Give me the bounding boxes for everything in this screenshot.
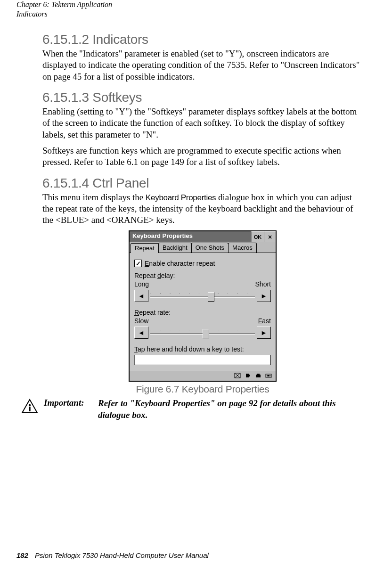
section-title-softkeys: 6.15.1.3 Softkeys xyxy=(42,90,363,105)
warning-icon xyxy=(21,399,38,416)
figure-caption: Figure 6.7 Keyboard Properties xyxy=(42,384,363,395)
rate-decrease-button[interactable]: ◄ xyxy=(134,327,148,339)
inline-keyboard-properties: Keyboard Properties xyxy=(146,193,216,202)
header-line1: Chapter 6: Tekterm Application xyxy=(16,0,112,8)
delay-long-label: Long xyxy=(134,280,149,288)
svg-rect-8 xyxy=(267,375,268,376)
svg-rect-6 xyxy=(257,374,260,375)
section-body-ctrl-panel: This menu item displays the Keyboard Pro… xyxy=(42,192,363,226)
svg-point-12 xyxy=(29,404,31,406)
delay-slider[interactable]: · · · · · · · · · · · · · · · · xyxy=(150,291,255,302)
tray-icon-2 xyxy=(245,373,251,378)
important-text: Refer to "Keyboard Properties" on page 9… xyxy=(98,398,363,421)
ok-button[interactable]: OK xyxy=(251,231,264,242)
rate-increase-button[interactable]: ► xyxy=(257,327,271,339)
tray-icon-4 xyxy=(265,373,272,378)
dialog-taskbar xyxy=(130,370,276,381)
dialog-title: Keyboard Properties xyxy=(130,231,251,242)
rate-fast-label: Fast xyxy=(258,317,271,325)
section-title-indicators: 6.15.1.2 Indicators xyxy=(42,32,363,47)
rate-slider-row: ◄ · · · · · · · · · · · · · · · ► xyxy=(134,327,271,339)
important-label: Important: xyxy=(44,398,92,408)
tray-icon-1 xyxy=(234,373,241,378)
tray-icon-3 xyxy=(255,373,261,378)
page-number: 182 xyxy=(16,551,28,559)
svg-rect-3 xyxy=(246,374,249,377)
delay-range-labels: Long Short xyxy=(134,280,271,288)
section-body-softkeys-2: Softkeys are function keys which are pro… xyxy=(42,145,363,168)
enable-repeat-checkbox[interactable]: ✓ xyxy=(134,260,142,267)
enable-repeat-row: ✓ Enable character repeat xyxy=(134,260,271,267)
keyboard-properties-dialog: Keyboard Properties OK × Repeat Backligh… xyxy=(129,230,277,382)
svg-rect-13 xyxy=(29,407,30,411)
important-note: Important: Refer to "Keyboard Properties… xyxy=(21,398,363,421)
svg-rect-5 xyxy=(256,375,261,377)
dialog-titlebar: Keyboard Properties OK × xyxy=(130,231,276,242)
delay-thumb[interactable] xyxy=(208,292,214,302)
tab-macros[interactable]: Macros xyxy=(228,243,257,253)
tab-repeat[interactable]: Repeat xyxy=(131,243,159,253)
dialog-pane: ✓ Enable character repeat Repeat delay: … xyxy=(130,253,276,370)
footer-text: Psion Teklogix 7530 Hand-Held Computer U… xyxy=(35,551,209,559)
delay-short-label: Short xyxy=(255,280,271,288)
rate-range-labels: Slow Fast xyxy=(134,317,271,325)
figure-wrap: Keyboard Properties OK × Repeat Backligh… xyxy=(42,230,363,382)
tap-test-label: Tap here and hold down a key to test: xyxy=(134,345,271,353)
close-button[interactable]: × xyxy=(264,231,276,242)
svg-rect-4 xyxy=(249,375,250,376)
repeat-delay-label: Repeat delay: xyxy=(134,272,271,279)
section-body-softkeys-1: Enabling (setting to "Y") the "Softkeys"… xyxy=(42,106,363,140)
svg-rect-10 xyxy=(270,375,270,376)
tab-backlight[interactable]: Backlight xyxy=(158,243,192,253)
enable-repeat-label: Enable character repeat xyxy=(145,260,215,267)
delay-slider-row: ◄ · · · · · · · · · · · · · · · · ► xyxy=(134,290,271,302)
rate-slow-label: Slow xyxy=(134,317,148,325)
repeat-rate-label: Repeat rate: xyxy=(134,309,271,316)
rate-slider[interactable]: · · · · · · · · · · · · · · · xyxy=(150,327,255,338)
rate-thumb[interactable] xyxy=(203,329,209,338)
section-body-indicators: When the "Indicators" parameter is enabl… xyxy=(42,48,363,82)
header-line2: Indicators xyxy=(16,10,48,18)
svg-rect-9 xyxy=(268,375,269,376)
delay-ticks: · · · · · · · · · · · · · · · · xyxy=(150,291,255,294)
delay-increase-button[interactable]: ► xyxy=(257,290,271,302)
page-footer: 182 Psion Teklogix 7530 Hand-Held Comput… xyxy=(16,551,209,559)
dialog-tabs: Repeat Backlight One Shots Macros xyxy=(130,242,276,253)
running-header: Chapter 6: Tekterm Application Indicator… xyxy=(16,0,373,19)
tab-one-shots[interactable]: One Shots xyxy=(191,243,229,253)
delay-decrease-button[interactable]: ◄ xyxy=(134,290,148,302)
section-title-ctrl-panel: 6.15.1.4 Ctrl Panel xyxy=(42,176,363,191)
tap-test-input[interactable] xyxy=(134,355,271,365)
